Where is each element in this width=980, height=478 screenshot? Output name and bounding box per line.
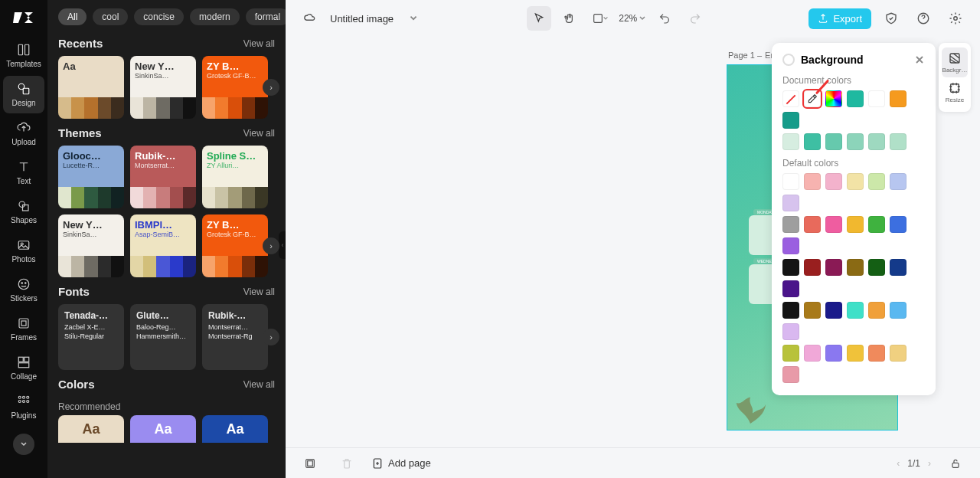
color-swatch[interactable] <box>782 259 799 276</box>
color-swatch[interactable] <box>890 345 906 362</box>
rail-photos[interactable]: Photos <box>3 232 44 270</box>
font-card[interactable]: Rubik-…Montserrat…Montserrat-Rg <box>202 304 268 370</box>
pages-grid-icon[interactable] <box>298 451 322 476</box>
eyedropper-icon[interactable] <box>804 90 821 107</box>
theme-card[interactable]: New Y…SinkinSa… <box>130 56 196 119</box>
theme-card[interactable]: ZY B…Grotesk GF-B… <box>202 214 268 277</box>
collapse-sidebar-icon[interactable]: ‹ <box>279 231 286 259</box>
colors-viewall[interactable]: View all <box>243 379 275 390</box>
color-swatch[interactable] <box>890 133 906 150</box>
theme-card[interactable]: Spline S…ZY Alluri… <box>202 146 268 208</box>
color-swatch[interactable] <box>825 216 842 233</box>
pill-all[interactable]: All <box>58 8 87 25</box>
color-swatch[interactable] <box>868 302 885 319</box>
color-swatch[interactable] <box>868 173 885 190</box>
color-swatch[interactable] <box>847 173 864 190</box>
color-swatch[interactable] <box>804 259 821 276</box>
hand-tool-icon[interactable] <box>557 6 582 31</box>
color-swatch[interactable] <box>868 90 885 107</box>
fonts-viewall[interactable]: View all <box>243 286 275 297</box>
theme-card[interactable]: Rubik-…Montserrat… <box>130 146 196 208</box>
color-swatch[interactable] <box>847 90 864 107</box>
color-card[interactable]: Aa <box>58 415 124 443</box>
redo-icon[interactable] <box>683 6 707 31</box>
rail-design[interactable]: Design <box>3 76 44 113</box>
leaf-graphic[interactable] <box>732 384 769 425</box>
tool-background[interactable]: Backgr… <box>942 47 968 77</box>
help-icon[interactable] <box>911 6 936 31</box>
next-page-icon[interactable]: › <box>928 458 931 469</box>
color-swatch[interactable] <box>847 302 864 319</box>
color-swatch[interactable] <box>890 173 906 190</box>
color-swatch[interactable] <box>804 345 821 362</box>
color-swatch[interactable] <box>782 345 799 362</box>
color-card[interactable]: Aa <box>202 415 268 443</box>
pill-formal[interactable]: formal <box>246 8 286 25</box>
canvas[interactable]: Page 1 – ü BACK to SCHOOL Easy, Suggesti… <box>286 37 980 447</box>
font-card[interactable]: Tenada-…Zacbel X-E…Stilu-Regular <box>58 304 124 370</box>
lock-icon[interactable] <box>943 451 968 476</box>
theme-card[interactable]: New Y…SinkinSa… <box>58 214 124 277</box>
color-swatch[interactable] <box>825 173 842 190</box>
color-swatch[interactable] <box>847 259 864 276</box>
rail-stickers[interactable]: Stickers <box>3 271 44 309</box>
pill-modern[interactable]: modern <box>190 8 240 25</box>
rail-plugins[interactable]: Plugins <box>3 388 44 426</box>
color-swatch[interactable] <box>890 216 906 233</box>
color-swatch[interactable] <box>782 90 799 107</box>
rail-upload[interactable]: Upload <box>3 115 44 152</box>
frame-tool-icon[interactable] <box>588 6 612 31</box>
color-swatch[interactable] <box>868 345 885 362</box>
color-swatch[interactable] <box>804 133 821 150</box>
color-swatch[interactable] <box>868 259 885 276</box>
title-chevron-icon[interactable] <box>401 6 426 31</box>
theme-card[interactable]: Glooc…Lucette-R… <box>58 146 124 208</box>
tool-resize[interactable]: Resize <box>939 77 971 107</box>
cloud-sync-icon[interactable] <box>298 6 322 31</box>
color-swatch[interactable] <box>847 133 864 150</box>
recents-viewall[interactable]: View all <box>243 38 275 49</box>
color-swatch[interactable] <box>868 216 885 233</box>
color-swatch[interactable] <box>782 323 799 340</box>
color-swatch[interactable] <box>782 280 799 297</box>
color-swatch[interactable] <box>825 345 842 362</box>
color-swatch[interactable] <box>782 195 799 211</box>
doc-title[interactable]: Untitled image <box>330 13 394 25</box>
prev-page-icon[interactable]: ‹ <box>897 458 900 469</box>
carousel-next-icon[interactable]: › <box>263 237 279 254</box>
color-swatch[interactable] <box>804 302 821 319</box>
color-swatch[interactable] <box>890 259 906 276</box>
rail-collage[interactable]: Collage <box>3 349 44 387</box>
color-swatch[interactable] <box>782 216 799 233</box>
rail-expand-icon[interactable] <box>13 434 34 455</box>
pill-concise[interactable]: concise <box>134 8 184 25</box>
color-swatch[interactable] <box>782 133 799 150</box>
theme-card[interactable]: IBMPl…Asap-SemiB… <box>130 214 196 277</box>
font-card[interactable]: Glute…Baloo-Reg…HammersmithOn… <box>130 304 196 370</box>
color-card[interactable]: Aa <box>130 415 196 443</box>
themes-viewall[interactable]: View all <box>243 128 275 139</box>
color-swatch[interactable] <box>825 302 842 319</box>
color-swatch[interactable] <box>847 345 864 362</box>
zoom-level[interactable]: 22% <box>619 13 646 24</box>
color-swatch[interactable] <box>890 302 906 319</box>
color-swatch[interactable] <box>782 173 799 190</box>
rail-frames[interactable]: Frames <box>3 310 44 348</box>
carousel-next-icon[interactable]: › <box>263 79 279 96</box>
carousel-next-icon[interactable]: › <box>263 329 279 345</box>
close-icon[interactable] <box>914 54 925 65</box>
color-swatch[interactable] <box>825 259 842 276</box>
color-swatch[interactable] <box>804 216 821 233</box>
rail-text[interactable]: Text <box>3 154 44 192</box>
undo-icon[interactable] <box>652 6 677 31</box>
cursor-tool-icon[interactable] <box>527 6 551 31</box>
color-swatch[interactable] <box>782 302 799 319</box>
rail-shapes[interactable]: Shapes <box>3 193 44 231</box>
theme-card[interactable]: ZY B…Grotesk GF-B… <box>202 56 268 119</box>
add-page-button[interactable]: Add page <box>371 457 431 470</box>
shield-icon[interactable] <box>879 6 903 31</box>
pill-cool[interactable]: cool <box>93 8 128 25</box>
export-button[interactable]: Export <box>808 8 871 29</box>
color-swatch[interactable] <box>868 133 885 150</box>
color-swatch[interactable] <box>782 112 799 129</box>
